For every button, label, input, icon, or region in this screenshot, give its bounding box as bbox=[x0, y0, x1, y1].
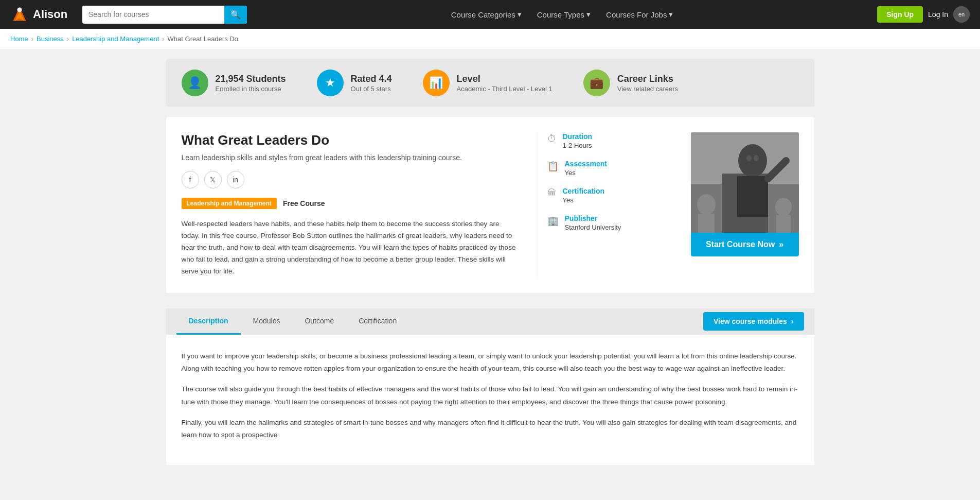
start-course-button[interactable]: Start Course Now » bbox=[691, 233, 799, 256]
course-main: What Great Leaders Do Learn leadership s… bbox=[166, 117, 814, 293]
nav-course-categories[interactable]: Course Categories bbox=[451, 10, 522, 19]
signup-button[interactable]: Sign Up bbox=[877, 6, 923, 23]
publisher-icon: 🏢 bbox=[547, 215, 559, 227]
course-meta: ⏱ Duration 1-2 Hours 📋 Assessment Yes 🏛 … bbox=[537, 132, 670, 278]
career-sub: View related careers bbox=[617, 85, 678, 93]
breadcrumb-leadership[interactable]: Leadership and Management bbox=[72, 35, 159, 43]
publisher-value: Stanford University bbox=[565, 223, 621, 231]
course-thumbnail bbox=[691, 132, 799, 233]
tab-modules[interactable]: Modules bbox=[241, 308, 293, 335]
meta-assessment: 📋 Assessment Yes bbox=[547, 160, 670, 177]
students-value: 21,954 Students bbox=[216, 74, 286, 84]
social-icons: f 𝕏 in bbox=[182, 171, 516, 188]
level-icon: 📊 bbox=[423, 70, 450, 96]
level-sub: Academic - Third Level - Level 1 bbox=[457, 85, 553, 93]
course-description: Well-respected leaders have habits, and … bbox=[182, 218, 516, 278]
assessment-icon: 📋 bbox=[547, 161, 559, 172]
chevron-icon bbox=[586, 10, 591, 19]
students-icon: 👤 bbox=[182, 70, 208, 96]
facebook-share-button[interactable]: f bbox=[182, 171, 199, 188]
certification-icon: 🏛 bbox=[547, 188, 557, 199]
publisher-link[interactable]: Publisher bbox=[565, 214, 598, 222]
level-value: Level bbox=[457, 74, 553, 84]
category-tag[interactable]: Leadership and Management bbox=[182, 198, 277, 209]
stat-rating: ★ Rated 4.4 Out of 5 stars bbox=[317, 70, 392, 96]
tab-content: If you want to improve your leadership s… bbox=[166, 335, 814, 465]
nav-links: Course Categories Course Types Courses F… bbox=[257, 10, 867, 19]
breadcrumb-business[interactable]: Business bbox=[37, 35, 64, 43]
chevron-right-icon: › bbox=[791, 317, 794, 325]
course-right: Start Course Now » bbox=[691, 132, 799, 278]
certification-link[interactable]: Certification bbox=[563, 187, 605, 195]
svg-point-9 bbox=[746, 155, 752, 161]
duration-link[interactable]: Duration bbox=[563, 132, 593, 141]
view-modules-button[interactable]: View course modules › bbox=[703, 312, 804, 331]
nav-course-types[interactable]: Course Types bbox=[537, 10, 591, 19]
svg-point-13 bbox=[775, 198, 792, 216]
description-paragraph-1: If you want to improve your leadership s… bbox=[182, 350, 799, 375]
chevron-icon bbox=[518, 10, 522, 19]
svg-point-11 bbox=[697, 194, 716, 215]
certification-value: Yes bbox=[563, 196, 605, 204]
twitter-icon: 𝕏 bbox=[210, 176, 216, 184]
navbar: Alison 🔍 Course Categories Course Types … bbox=[0, 0, 980, 29]
breadcrumb-current: What Great Leaders Do bbox=[168, 35, 238, 43]
search-bar: 🔍 bbox=[82, 6, 247, 24]
search-button[interactable]: 🔍 bbox=[224, 6, 247, 24]
breadcrumb-home[interactable]: Home bbox=[10, 35, 28, 43]
duration-value: 1-2 Hours bbox=[563, 142, 593, 149]
stat-career: 💼 Career Links View related careers bbox=[583, 70, 678, 96]
students-sub: Enrolled in this course bbox=[216, 85, 281, 93]
tabs-header: Description Modules Outcome Certificatio… bbox=[166, 308, 814, 335]
breadcrumb: Home › Business › Leadership and Managem… bbox=[0, 29, 980, 49]
tab-description[interactable]: Description bbox=[176, 308, 241, 335]
chevron-icon bbox=[669, 10, 673, 19]
meta-publisher: 🏢 Publisher Stanford University bbox=[547, 214, 670, 231]
logo-icon bbox=[10, 5, 29, 24]
rating-sub: Out of 5 stars bbox=[351, 85, 391, 93]
course-image-svg bbox=[691, 132, 799, 233]
facebook-icon: f bbox=[189, 176, 191, 184]
linkedin-share-button[interactable]: in bbox=[227, 171, 244, 188]
breadcrumb-sep: › bbox=[162, 35, 164, 43]
career-value: Career Links bbox=[617, 74, 678, 84]
svg-point-2 bbox=[17, 8, 22, 12]
course-left: What Great Leaders Do Learn leadership s… bbox=[182, 132, 516, 278]
tab-outcome[interactable]: Outcome bbox=[292, 308, 346, 335]
svg-point-10 bbox=[754, 155, 759, 161]
meta-duration: ⏱ Duration 1-2 Hours bbox=[547, 132, 670, 149]
nav-actions: Sign Up Log In en bbox=[877, 6, 970, 23]
rating-icon: ★ bbox=[317, 70, 344, 96]
search-input[interactable] bbox=[82, 6, 224, 23]
breadcrumb-sep: › bbox=[67, 35, 69, 43]
clock-icon: ⏱ bbox=[547, 133, 557, 144]
twitter-share-button[interactable]: 𝕏 bbox=[204, 171, 222, 188]
assessment-link[interactable]: Assessment bbox=[565, 160, 608, 168]
course-subtitle: Learn leadership skills and styles from … bbox=[182, 153, 516, 162]
tab-certification[interactable]: Certification bbox=[346, 308, 409, 335]
stat-students: 👤 21,954 Students Enrolled in this cours… bbox=[182, 70, 286, 96]
linkedin-icon: in bbox=[233, 176, 238, 184]
free-label: Free Course bbox=[283, 199, 325, 208]
rating-value: Rated 4.4 bbox=[351, 74, 392, 84]
course-title: What Great Leaders Do bbox=[182, 132, 516, 148]
nav-courses-for-jobs[interactable]: Courses For Jobs bbox=[606, 10, 673, 19]
career-icon: 💼 bbox=[583, 70, 610, 96]
start-course-label: Start Course Now bbox=[706, 240, 775, 249]
svg-rect-12 bbox=[698, 214, 715, 233]
meta-certification: 🏛 Certification Yes bbox=[547, 187, 670, 204]
breadcrumb-sep: › bbox=[31, 35, 33, 43]
tags-row: Leadership and Management Free Course bbox=[182, 198, 516, 209]
logo[interactable]: Alison bbox=[10, 5, 72, 24]
double-arrow-icon: » bbox=[779, 240, 783, 249]
description-paragraph-3: Finally, you will learn the hallmarks an… bbox=[182, 417, 799, 442]
language-selector[interactable]: en bbox=[953, 6, 970, 23]
login-button[interactable]: Log In bbox=[928, 10, 948, 19]
stats-bar: 👤 21,954 Students Enrolled in this cours… bbox=[166, 59, 814, 107]
logo-text: Alison bbox=[33, 8, 67, 21]
view-modules-label: View course modules bbox=[714, 317, 787, 325]
description-paragraph-2: The course will also guide you through t… bbox=[182, 383, 799, 408]
tabs-section: Description Modules Outcome Certificatio… bbox=[166, 308, 814, 465]
stat-level: 📊 Level Academic - Third Level - Level 1 bbox=[423, 70, 553, 96]
assessment-value: Yes bbox=[565, 169, 608, 177]
